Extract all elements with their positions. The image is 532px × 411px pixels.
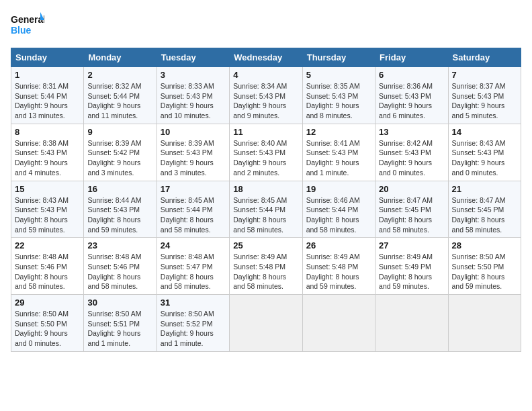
calendar-cell: 28Sunrise: 8:50 AMSunset: 5:50 PMDayligh… xyxy=(448,238,521,295)
day-info: Sunrise: 8:49 AMSunset: 5:48 PMDaylight:… xyxy=(233,252,298,291)
day-info: Sunrise: 8:31 AMSunset: 5:44 PMDaylight:… xyxy=(15,81,80,121)
calendar-cell: 2Sunrise: 8:32 AMSunset: 5:44 PMDaylight… xyxy=(84,67,157,124)
day-number: 19 xyxy=(306,184,371,194)
calendar-cell: 13Sunrise: 8:42 AMSunset: 5:43 PMDayligh… xyxy=(375,124,448,181)
day-info: Sunrise: 8:49 AMSunset: 5:49 PMDaylight:… xyxy=(379,252,444,291)
weekday-header: Wednesday xyxy=(230,48,302,67)
calendar-cell: 25Sunrise: 8:49 AMSunset: 5:48 PMDayligh… xyxy=(230,238,302,295)
day-number: 2 xyxy=(87,70,152,80)
svg-text:Blue: Blue xyxy=(11,25,32,36)
calendar-week-row: 29Sunrise: 8:50 AMSunset: 5:50 PMDayligh… xyxy=(11,295,521,352)
calendar-cell: 21Sunrise: 8:47 AMSunset: 5:45 PMDayligh… xyxy=(448,181,521,238)
weekday-header: Tuesday xyxy=(157,48,229,67)
calendar-week-row: 22Sunrise: 8:48 AMSunset: 5:46 PMDayligh… xyxy=(11,238,521,295)
day-number: 24 xyxy=(161,240,226,250)
day-number: 22 xyxy=(15,240,80,250)
calendar-cell: 27Sunrise: 8:49 AMSunset: 5:49 PMDayligh… xyxy=(375,238,448,295)
calendar-cell: 16Sunrise: 8:44 AMSunset: 5:43 PMDayligh… xyxy=(84,181,157,238)
weekday-header: Saturday xyxy=(448,48,521,67)
day-info: Sunrise: 8:34 AMSunset: 5:43 PMDaylight:… xyxy=(233,81,298,121)
calendar-cell: 11Sunrise: 8:40 AMSunset: 5:43 PMDayligh… xyxy=(230,124,302,181)
calendar-cell: 9Sunrise: 8:39 AMSunset: 5:42 PMDaylight… xyxy=(84,124,157,181)
weekday-header: Thursday xyxy=(302,48,375,67)
calendar-cell: 14Sunrise: 8:43 AMSunset: 5:43 PMDayligh… xyxy=(448,124,521,181)
calendar-cell: 20Sunrise: 8:47 AMSunset: 5:45 PMDayligh… xyxy=(375,181,448,238)
day-info: Sunrise: 8:33 AMSunset: 5:43 PMDaylight:… xyxy=(161,81,226,121)
day-number: 6 xyxy=(379,70,444,80)
day-info: Sunrise: 8:39 AMSunset: 5:42 PMDaylight:… xyxy=(87,138,152,178)
day-info: Sunrise: 8:40 AMSunset: 5:43 PMDaylight:… xyxy=(233,138,298,178)
day-info: Sunrise: 8:46 AMSunset: 5:44 PMDaylight:… xyxy=(306,195,371,235)
day-number: 25 xyxy=(233,240,298,250)
calendar-cell: 12Sunrise: 8:41 AMSunset: 5:43 PMDayligh… xyxy=(302,124,375,181)
day-number: 11 xyxy=(233,127,298,137)
day-number: 18 xyxy=(233,184,298,194)
calendar-cell: 3Sunrise: 8:33 AMSunset: 5:43 PMDaylight… xyxy=(157,67,229,124)
day-number: 7 xyxy=(452,70,517,80)
calendar-cell xyxy=(230,295,302,352)
day-number: 4 xyxy=(233,70,298,80)
calendar-cell: 29Sunrise: 8:50 AMSunset: 5:50 PMDayligh… xyxy=(11,295,84,352)
day-number: 28 xyxy=(452,240,517,250)
calendar-cell xyxy=(448,295,521,352)
day-info: Sunrise: 8:39 AMSunset: 5:43 PMDaylight:… xyxy=(161,138,226,178)
day-number: 3 xyxy=(161,70,226,80)
calendar-week-row: 15Sunrise: 8:43 AMSunset: 5:43 PMDayligh… xyxy=(11,181,521,238)
day-number: 10 xyxy=(161,127,226,137)
day-number: 1 xyxy=(15,70,80,80)
svg-text:General: General xyxy=(11,14,44,25)
day-info: Sunrise: 8:44 AMSunset: 5:43 PMDaylight:… xyxy=(87,195,152,235)
weekday-header: Friday xyxy=(375,48,448,67)
day-number: 17 xyxy=(161,184,226,194)
day-number: 14 xyxy=(452,127,517,137)
day-info: Sunrise: 8:50 AMSunset: 5:50 PMDaylight:… xyxy=(452,252,517,291)
calendar-cell: 24Sunrise: 8:48 AMSunset: 5:47 PMDayligh… xyxy=(157,238,229,295)
calendar-cell: 8Sunrise: 8:38 AMSunset: 5:43 PMDaylight… xyxy=(11,124,84,181)
weekday-header: Sunday xyxy=(11,48,84,67)
day-info: Sunrise: 8:49 AMSunset: 5:48 PMDaylight:… xyxy=(306,252,371,291)
calendar-cell: 1Sunrise: 8:31 AMSunset: 5:44 PMDaylight… xyxy=(11,67,84,124)
day-info: Sunrise: 8:42 AMSunset: 5:43 PMDaylight:… xyxy=(379,138,444,178)
calendar-cell: 6Sunrise: 8:36 AMSunset: 5:43 PMDaylight… xyxy=(375,67,448,124)
day-number: 15 xyxy=(15,184,80,194)
day-info: Sunrise: 8:37 AMSunset: 5:43 PMDaylight:… xyxy=(452,81,517,121)
day-number: 20 xyxy=(379,184,444,194)
calendar-cell xyxy=(375,295,448,352)
day-info: Sunrise: 8:41 AMSunset: 5:43 PMDaylight:… xyxy=(306,138,371,178)
calendar-table: SundayMondayTuesdayWednesdayThursdayFrid… xyxy=(11,48,521,352)
calendar-cell xyxy=(302,295,375,352)
day-number: 9 xyxy=(87,127,152,137)
day-number: 21 xyxy=(452,184,517,194)
day-number: 31 xyxy=(161,298,226,308)
day-info: Sunrise: 8:32 AMSunset: 5:44 PMDaylight:… xyxy=(87,81,152,121)
calendar-cell: 4Sunrise: 8:34 AMSunset: 5:43 PMDaylight… xyxy=(230,67,302,124)
calendar-cell: 22Sunrise: 8:48 AMSunset: 5:46 PMDayligh… xyxy=(11,238,84,295)
day-info: Sunrise: 8:50 AMSunset: 5:52 PMDaylight:… xyxy=(161,309,226,349)
day-number: 30 xyxy=(87,298,152,308)
calendar-cell: 7Sunrise: 8:37 AMSunset: 5:43 PMDaylight… xyxy=(448,67,521,124)
day-number: 16 xyxy=(87,184,152,194)
calendar-week-row: 8Sunrise: 8:38 AMSunset: 5:43 PMDaylight… xyxy=(11,124,521,181)
header: General Blue xyxy=(11,11,521,41)
calendar-cell: 15Sunrise: 8:43 AMSunset: 5:43 PMDayligh… xyxy=(11,181,84,238)
calendar-cell: 17Sunrise: 8:45 AMSunset: 5:44 PMDayligh… xyxy=(157,181,229,238)
day-info: Sunrise: 8:43 AMSunset: 5:43 PMDaylight:… xyxy=(452,138,517,178)
day-info: Sunrise: 8:47 AMSunset: 5:45 PMDaylight:… xyxy=(379,195,444,235)
day-info: Sunrise: 8:43 AMSunset: 5:43 PMDaylight:… xyxy=(15,195,80,235)
day-number: 27 xyxy=(379,240,444,250)
day-info: Sunrise: 8:48 AMSunset: 5:46 PMDaylight:… xyxy=(15,252,80,291)
day-info: Sunrise: 8:45 AMSunset: 5:44 PMDaylight:… xyxy=(161,195,226,235)
day-info: Sunrise: 8:48 AMSunset: 5:47 PMDaylight:… xyxy=(161,252,226,291)
calendar-cell: 5Sunrise: 8:35 AMSunset: 5:43 PMDaylight… xyxy=(302,67,375,124)
calendar-cell: 26Sunrise: 8:49 AMSunset: 5:48 PMDayligh… xyxy=(302,238,375,295)
day-info: Sunrise: 8:35 AMSunset: 5:43 PMDaylight:… xyxy=(306,81,371,121)
logo-svg: General Blue xyxy=(11,11,44,41)
day-number: 13 xyxy=(379,127,444,137)
day-number: 12 xyxy=(306,127,371,137)
weekday-header: Monday xyxy=(84,48,157,67)
calendar-cell: 30Sunrise: 8:50 AMSunset: 5:51 PMDayligh… xyxy=(84,295,157,352)
logo: General Blue xyxy=(11,11,44,41)
day-number: 5 xyxy=(306,70,371,80)
day-number: 29 xyxy=(15,298,80,308)
weekday-header-row: SundayMondayTuesdayWednesdayThursdayFrid… xyxy=(11,48,521,67)
